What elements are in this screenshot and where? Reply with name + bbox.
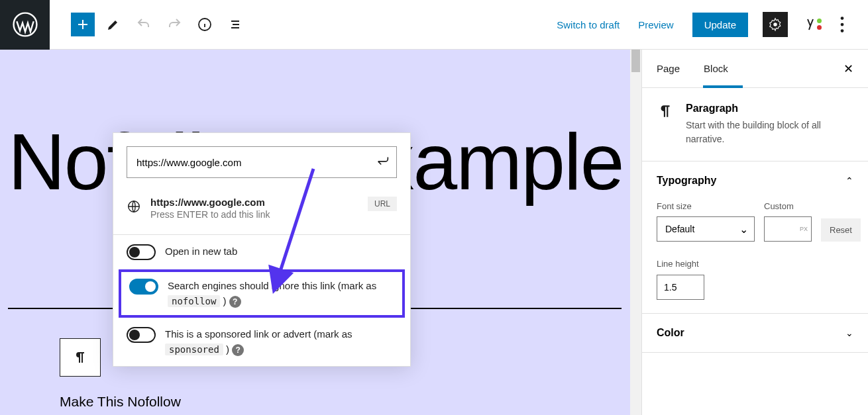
svg-point-2 <box>773 23 777 26</box>
edit-tool-icon[interactable] <box>101 13 125 36</box>
paragraph-icon <box>657 103 674 120</box>
custom-label: Custom <box>764 201 812 211</box>
main-area: Nofollow Example Make This Nofollow <box>0 50 868 415</box>
link-control-popup: https://www.google.com Press ENTER to ad… <box>113 132 411 367</box>
chevron-up-icon: ⌃ <box>845 175 853 186</box>
block-info-desc: Start with the building block of all nar… <box>686 118 853 146</box>
toggle-row-new-tab: Open in new tab <box>113 235 410 269</box>
svg-point-3 <box>841 17 844 20</box>
typography-panel-header[interactable]: Typography ⌃ <box>657 175 853 187</box>
update-button[interactable]: Update <box>692 13 748 37</box>
block-toolbar-paragraph-icon[interactable] <box>60 338 101 377</box>
nofollow-toggle[interactable] <box>129 279 158 295</box>
tab-page[interactable]: Page <box>657 50 680 87</box>
globe-icon <box>127 199 141 216</box>
new-tab-toggle[interactable] <box>127 244 156 260</box>
block-info-panel: Paragraph Start with the building block … <box>642 88 868 161</box>
outline-icon[interactable] <box>223 13 247 36</box>
typography-panel: Typography ⌃ Font size Default ⌄ Custom <box>642 161 868 314</box>
redo-icon[interactable] <box>162 13 186 36</box>
info-icon[interactable] <box>193 13 217 36</box>
settings-sidebar: Page Block ✕ Paragraph Start with the bu… <box>641 50 868 415</box>
link-submit-icon[interactable] <box>376 154 390 171</box>
help-icon[interactable]: ? <box>232 344 244 356</box>
editor-topbar: Switch to draft Preview Update <box>0 0 868 50</box>
sponsored-toggle[interactable] <box>127 327 156 343</box>
sponsored-label: This is a sponsored link or advert (mark… <box>165 327 397 357</box>
editor-canvas[interactable]: Nofollow Example Make This Nofollow <box>0 50 641 415</box>
line-height-label: Line height <box>657 259 699 269</box>
yoast-button[interactable] <box>798 12 823 37</box>
link-result-title: https://www.google.com <box>150 197 358 208</box>
new-tab-label: Open in new tab <box>165 244 237 259</box>
color-panel: Color ⌄ <box>642 314 868 353</box>
sidebar-tabs: Page Block ✕ <box>642 50 868 88</box>
more-options-icon[interactable] <box>830 12 855 37</box>
font-size-label: Font size <box>657 201 755 211</box>
yoast-readability-dot <box>817 19 822 23</box>
scrollbar-track[interactable] <box>630 50 641 415</box>
wordpress-logo[interactable] <box>0 0 50 50</box>
block-info-title: Paragraph <box>686 103 853 115</box>
toggle-row-nofollow: Search engines should ignore this link (… <box>119 269 405 318</box>
link-url-input[interactable] <box>127 146 397 178</box>
preview-link[interactable]: Preview <box>638 19 673 30</box>
color-panel-header[interactable]: Color ⌄ <box>657 327 853 339</box>
svg-point-4 <box>841 23 844 26</box>
switch-to-draft-link[interactable]: Switch to draft <box>557 19 620 30</box>
url-badge: URL <box>368 197 397 211</box>
settings-button[interactable] <box>763 12 788 37</box>
nofollow-label: Search engines should ignore this link (… <box>168 279 394 308</box>
svg-point-5 <box>841 29 844 32</box>
chevron-down-icon: ⌄ <box>845 328 853 338</box>
link-result-row[interactable]: https://www.google.com Press ENTER to ad… <box>113 191 410 235</box>
scrollbar-thumb[interactable] <box>631 50 640 72</box>
tab-block[interactable]: Block <box>704 50 728 87</box>
yoast-seo-dot <box>817 25 822 30</box>
toggle-row-sponsored: This is a sponsored link or advert (mark… <box>113 318 410 366</box>
unit-label: PX <box>800 226 808 232</box>
font-size-select[interactable]: Default <box>657 216 755 242</box>
help-icon[interactable]: ? <box>229 296 241 308</box>
link-result-subtitle: Press ENTER to add this link <box>150 209 358 220</box>
close-sidebar-icon[interactable]: ✕ <box>843 62 853 76</box>
reset-button[interactable]: Reset <box>821 218 861 242</box>
line-height-input[interactable] <box>657 275 704 300</box>
undo-icon[interactable] <box>132 13 156 36</box>
add-block-button[interactable] <box>71 13 95 36</box>
paragraph-block-text[interactable]: Make This Nofollow <box>60 394 181 410</box>
